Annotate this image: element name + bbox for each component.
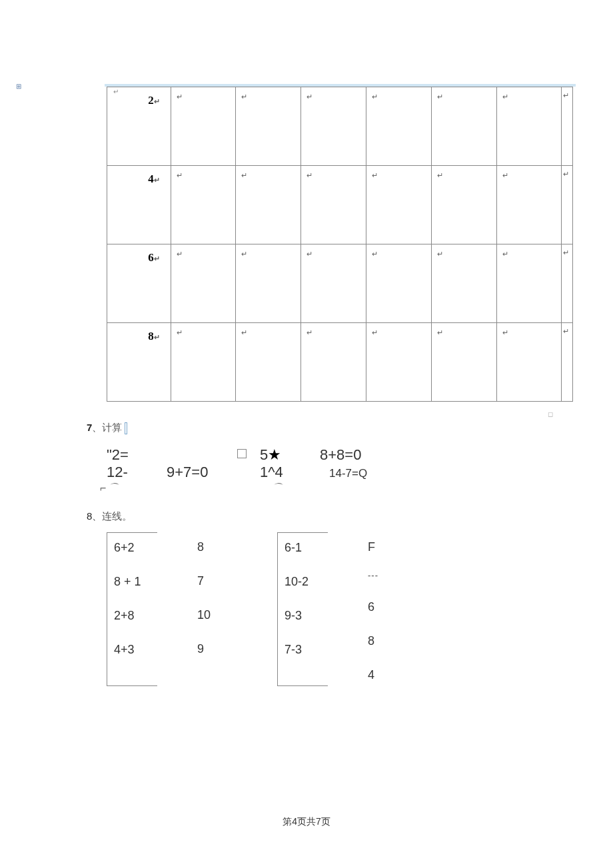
matching-block: 6+2 8 + 1 2+8 4+3 8 7 10 9 6-1 10-2 9-3 … bbox=[107, 532, 526, 686]
list-item: 6 bbox=[368, 596, 384, 618]
table-row: 2↵ ↵ ↵ ↵ ↵ ↵ ↵ ↵ bbox=[107, 87, 573, 166]
calc-item: 8+8=0 bbox=[320, 446, 420, 464]
cell: ↵ bbox=[562, 87, 573, 166]
cell: ↵ bbox=[366, 87, 431, 166]
calc-item: 12- bbox=[87, 464, 167, 481]
row-head: 8↵ bbox=[107, 323, 171, 402]
q8-title: 连线。 bbox=[102, 510, 132, 522]
cell: ↵ bbox=[301, 244, 366, 323]
answer-column: 8 7 10 9 bbox=[197, 532, 224, 686]
cell: ↵ bbox=[366, 244, 431, 323]
cell: ↵ bbox=[366, 323, 431, 402]
row-head: 6↵ bbox=[107, 244, 171, 323]
cell: ↵ bbox=[562, 166, 573, 244]
calc-item: ⌐ ⌒ bbox=[87, 482, 167, 494]
list-item: 7 bbox=[197, 570, 224, 592]
row-head: 4↵ bbox=[107, 166, 171, 244]
calc-item: 5★ bbox=[260, 446, 320, 464]
page-footer: 第4页共7页 bbox=[0, 816, 613, 828]
row-head: 2↵ bbox=[107, 87, 171, 166]
match-pair-right: 6-1 10-2 9-3 7-3 F --- 6 8 4 bbox=[277, 532, 384, 686]
cell: ↵ bbox=[236, 244, 301, 323]
calculation-block: "2= 5★ 8+8=0 12- 9+7=0 1^4 14-7=Q ⌐ ⌒ ⌒ bbox=[87, 446, 526, 506]
cell: ↵ bbox=[496, 244, 562, 323]
table-anchor-top-left: ⊞ bbox=[16, 83, 21, 90]
list-item: 10 bbox=[197, 604, 224, 626]
list-item: 2+8 bbox=[114, 605, 151, 627]
answer-column: F --- 6 8 4 bbox=[368, 532, 384, 686]
cell: ↵ bbox=[431, 87, 496, 166]
cell: ↵ bbox=[431, 323, 496, 402]
calc-item: 14-7=Q bbox=[320, 464, 420, 480]
list-item: 4 bbox=[368, 664, 384, 686]
cell: ↵ bbox=[431, 244, 496, 323]
calc-item: ⌒ bbox=[260, 482, 320, 494]
dash-line: --- bbox=[368, 566, 384, 584]
calc-item bbox=[167, 446, 260, 464]
list-item: 6-1 bbox=[285, 537, 321, 559]
calc-item: 9+7=0 bbox=[167, 464, 260, 481]
question-7-heading: 7、计算 bbox=[87, 422, 526, 434]
cell: ↵ bbox=[236, 87, 301, 166]
list-item: 4+3 bbox=[114, 639, 151, 661]
question-8-heading: 8、连线。 bbox=[87, 510, 526, 523]
cell: ↵ bbox=[236, 323, 301, 402]
cell: ↵ bbox=[496, 87, 562, 166]
calc-item: "2= bbox=[87, 446, 167, 464]
cell: ↵ bbox=[301, 166, 366, 244]
table-row: 8↵ ↵ ↵ ↵ ↵ ↵ ↵ ↵ bbox=[107, 323, 573, 402]
cell: ↵ bbox=[171, 166, 236, 244]
cell: ↵ bbox=[301, 87, 366, 166]
cell: ↵ bbox=[301, 323, 366, 402]
cell: ↵ bbox=[171, 244, 236, 323]
star-icon: ★ bbox=[268, 446, 281, 463]
list-item: 8 + 1 bbox=[114, 571, 151, 593]
text-cursor bbox=[125, 422, 127, 434]
expr-column: 6-1 10-2 9-3 7-3 bbox=[277, 532, 328, 686]
list-item: F bbox=[368, 536, 384, 558]
list-item: 6+2 bbox=[114, 537, 151, 559]
cell: ↵ bbox=[366, 166, 431, 244]
table-row: 6↵ ↵ ↵ ↵ ↵ ↵ ↵ ↵ bbox=[107, 244, 573, 323]
cell: ↵ bbox=[496, 323, 562, 402]
table-anchor-bottom-right: ◻ bbox=[548, 410, 553, 418]
cell: ↵ bbox=[431, 166, 496, 244]
cell: ↵ bbox=[562, 323, 573, 402]
list-item: 8 bbox=[197, 536, 224, 558]
cell: ↵ bbox=[236, 166, 301, 244]
cell: ↵ bbox=[171, 323, 236, 402]
list-item: 9-3 bbox=[285, 605, 321, 627]
expr-column: 6+2 8 + 1 2+8 4+3 bbox=[107, 532, 157, 686]
square-placeholder-icon bbox=[237, 449, 247, 458]
list-item: 9 bbox=[197, 638, 224, 660]
calc-item: 1^4 bbox=[260, 464, 320, 481]
list-item: 10-2 bbox=[285, 571, 321, 593]
list-item: 8 bbox=[368, 630, 384, 652]
cell: ↵ bbox=[562, 244, 573, 323]
table-row: 4↵ ↵ ↵ ↵ ↵ ↵ ↵ ↵ bbox=[107, 166, 573, 244]
cell: ↵ bbox=[496, 166, 562, 244]
list-item: 7-3 bbox=[285, 639, 321, 661]
match-pair-left: 6+2 8 + 1 2+8 4+3 8 7 10 9 bbox=[107, 532, 224, 686]
q7-title: 计算 bbox=[102, 422, 122, 433]
worksheet-table: 2↵ ↵ ↵ ↵ ↵ ↵ ↵ ↵ 4↵ ↵ ↵ ↵ ↵ ↵ ↵ ↵ 6↵ ↵ ↵… bbox=[107, 87, 573, 402]
cell: ↵ bbox=[171, 87, 236, 166]
